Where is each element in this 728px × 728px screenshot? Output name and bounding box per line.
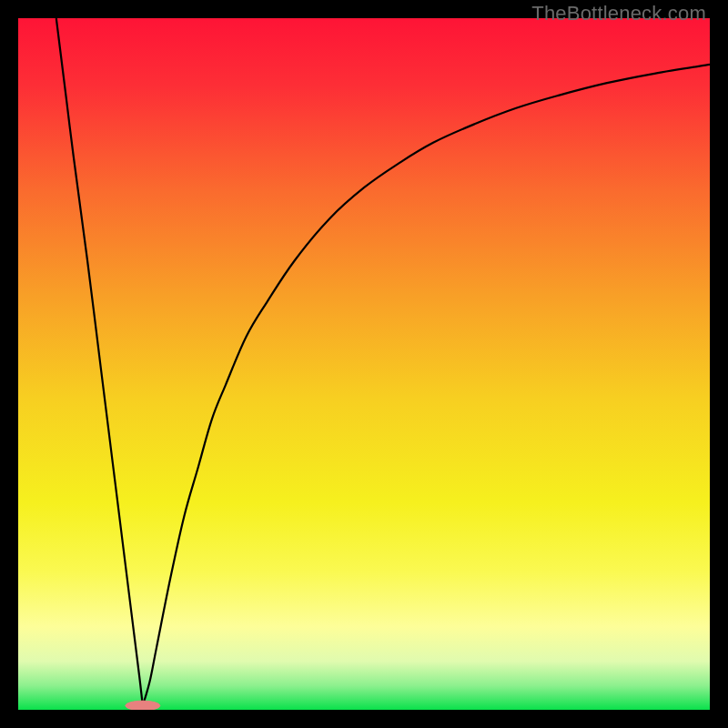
minimum-marker xyxy=(126,701,160,710)
watermark-text: TheBottleneck.com xyxy=(531,2,706,25)
gradient-bg xyxy=(18,18,710,710)
bottleneck-chart xyxy=(18,18,710,710)
chart-frame xyxy=(18,18,710,710)
